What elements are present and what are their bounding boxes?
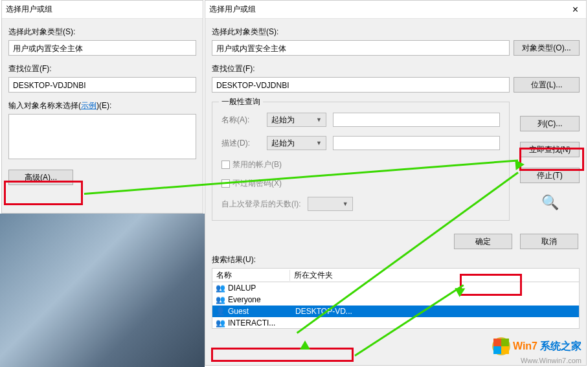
name-matchtype-dropdown[interactable]: 起始为▼ — [267, 113, 326, 127]
location-label: 查找位置(F): — [212, 63, 580, 74]
column-folder[interactable]: 所在文件夹 — [290, 270, 579, 281]
nonexpiring-password-label: 不过期密码(X) — [232, 178, 282, 189]
dialog-title: 选择用户或组 — [209, 4, 256, 15]
cancel-button[interactable]: 取消 — [520, 234, 578, 249]
group-icon: 👥 — [215, 295, 225, 305]
result-row-everyone[interactable]: 👥Everyone — [212, 294, 579, 306]
description-filter-label: 描述(D): — [221, 138, 260, 149]
disabled-accounts-label: 禁用的帐户(B) — [232, 159, 282, 170]
select-user-dialog-basic: 选择用户或组 选择此对象类型(S): 用户或内置安全主体 查找位置(F): DE… — [1, 0, 203, 214]
titlebar[interactable]: 选择用户或组 — [2, 1, 203, 19]
desktop-background — [0, 214, 205, 367]
result-row-interacti...[interactable]: 👥INTERACTI... — [212, 317, 579, 329]
example-link[interactable]: 示例 — [81, 101, 96, 110]
stop-button[interactable]: 停止(T) — [520, 168, 580, 183]
object-type-label: 选择此对象类型(S): — [8, 27, 196, 38]
ok-button[interactable]: 确定 — [454, 234, 512, 249]
enter-names-label: 输入对象名称来选择(示例)(E): — [8, 100, 196, 111]
location-label: 查找位置(F): — [8, 63, 196, 74]
result-row-guest[interactable]: 👤GuestDESKTOP-VD... — [212, 306, 579, 317]
results-header[interactable]: 名称 所在文件夹 — [212, 268, 580, 282]
location-field: DESKTOP-VDJDNBI — [8, 77, 196, 93]
description-filter-input[interactable] — [333, 136, 500, 150]
locations-button[interactable]: 位置(L)... — [514, 77, 580, 93]
result-folder: DESKTOP-VD... — [295, 307, 579, 316]
object-names-input[interactable] — [8, 114, 196, 159]
days-since-logon-label: 自上次登录后的天数(I): — [221, 199, 301, 210]
chevron-down-icon: ▼ — [343, 201, 348, 207]
find-now-button[interactable]: 立即查找(N) — [520, 142, 580, 157]
chevron-down-icon: ▼ — [316, 140, 322, 146]
column-name[interactable]: 名称 — [212, 270, 290, 281]
location-field: DESKTOP-VDJDNBI — [212, 77, 510, 93]
object-type-field: 用户或内置安全主体 — [212, 40, 510, 56]
object-type-field: 用户或内置安全主体 — [8, 40, 196, 56]
results-list[interactable]: 👥DIALUP👥Everyone👤GuestDESKTOP-VD...👥INTE… — [212, 282, 580, 329]
close-icon[interactable]: × — [569, 4, 582, 16]
magnifier-icon: 🔍 — [541, 194, 559, 211]
object-type-label: 选择此对象类型(S): — [212, 27, 580, 38]
result-row-dialup[interactable]: 👥DIALUP — [212, 282, 579, 294]
advanced-button[interactable]: 高级(A)... — [8, 170, 73, 185]
group-icon: 👥 — [215, 318, 225, 328]
nonexpiring-password-checkbox[interactable] — [221, 179, 230, 188]
result-name: DIALUP — [228, 284, 293, 293]
result-name: INTERACTI... — [228, 318, 293, 328]
result-name: Everyone — [228, 295, 293, 304]
description-matchtype-dropdown[interactable]: 起始为▼ — [267, 136, 326, 150]
columns-button[interactable]: 列(C)... — [520, 116, 580, 131]
chevron-down-icon: ▼ — [316, 117, 322, 123]
dialog-title: 选择用户或组 — [6, 4, 52, 15]
name-filter-label: 名称(A): — [221, 115, 260, 126]
group-title: 一般性查询 — [219, 96, 263, 107]
result-name: Guest — [228, 307, 293, 316]
object-types-button[interactable]: 对象类型(O)... — [514, 40, 580, 56]
group-icon: 👥 — [215, 283, 225, 293]
user-icon: 👤 — [215, 306, 225, 317]
disabled-accounts-checkbox[interactable] — [221, 161, 230, 169]
name-filter-input[interactable] — [333, 113, 500, 127]
common-queries-group: 一般性查询 名称(A): 起始为▼ 描述(D): 起始为▼ 禁用的帐户(B) — [212, 102, 510, 221]
titlebar[interactable]: 选择用户或组 × — [205, 1, 586, 19]
days-since-logon-dropdown[interactable]: ▼ — [308, 197, 353, 211]
search-results-label: 搜索结果(U): — [212, 254, 580, 265]
select-user-dialog-advanced: 选择用户或组 × 选择此对象类型(S): 用户或内置安全主体 对象类型(O)..… — [205, 0, 587, 366]
